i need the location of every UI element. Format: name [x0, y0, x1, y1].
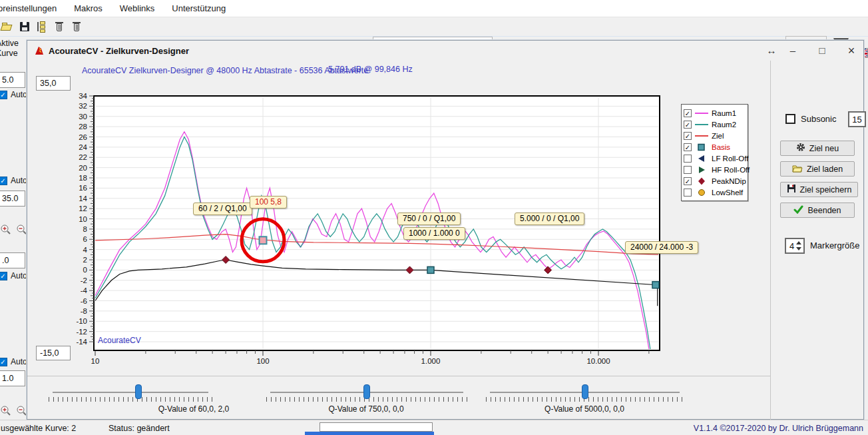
active-curve-label-line1: Aktive	[0, 39, 19, 48]
slider-label: Q-Value of 60,0, 2,0	[158, 404, 230, 414]
slider-thumb[interactable]	[363, 384, 370, 399]
subsonic-checkbox[interactable]	[785, 114, 795, 124]
ziel-laden-button[interactable]: Ziel laden	[780, 161, 855, 177]
ziel-neu-button[interactable]: Ziel neu	[780, 141, 855, 156]
change-status: Status: geändert	[108, 424, 170, 433]
legend-item-peakndip[interactable]: ✓PeakNDip	[684, 175, 746, 187]
beenden-button[interactable]: Beenden	[780, 203, 855, 218]
svg-text:32: 32	[79, 102, 87, 110]
window-title: AcourateCV - Zielkurven-Designer	[49, 46, 189, 56]
button-label: Beenden	[807, 206, 841, 215]
ziel-speichern-button[interactable]: Ziel speichern	[780, 182, 858, 197]
auto-checkbox-row-4[interactable]: ✓Auto	[0, 357, 27, 366]
menu-item-makros[interactable]: Makros	[74, 3, 103, 13]
maximize-icon[interactable]: □	[813, 42, 831, 59]
auto-checkbox[interactable]: ✓	[0, 177, 7, 185]
left-field-top[interactable]: 5.0	[0, 72, 25, 88]
trash-icon[interactable]	[71, 21, 83, 33]
trash-icon[interactable]	[53, 21, 65, 33]
auto-checkbox[interactable]: ✓	[0, 272, 7, 280]
open-icon[interactable]	[1, 21, 13, 33]
curve-marker[interactable]	[222, 256, 230, 264]
zoom-in-icon[interactable]	[0, 405, 11, 416]
progress-bar	[320, 422, 433, 432]
legend-item-hf-roll-off[interactable]: HF Roll-Off	[684, 164, 746, 175]
legend-checkbox[interactable]	[684, 189, 692, 197]
legend-item-raum2[interactable]: ✓Raum2	[684, 119, 746, 130]
auto-checkbox-row-1[interactable]: ✓Auto	[0, 90, 27, 99]
auto-checkbox[interactable]: ✓	[0, 91, 7, 99]
legend-label: Basis	[712, 143, 730, 151]
minimize-icon[interactable]: –	[783, 42, 802, 59]
chart-title: AcourateCV Zielkurven-Designer @ 48000 H…	[82, 66, 368, 75]
window-titlebar[interactable]: AcourateCV - Zielkurven-Designer ↔ – □ ×	[27, 41, 863, 61]
menu-item-oreinstellungen[interactable]: oreinstellungen	[0, 3, 57, 13]
version-text: V1.1.4 ©2017-2020 by Dr. Ulrich Brüggema…	[694, 424, 863, 433]
legend-label: LowShelf	[712, 189, 743, 197]
curve-marker[interactable]	[427, 266, 434, 273]
legend-checkbox[interactable]	[684, 155, 692, 163]
svg-text:0: 0	[83, 266, 87, 274]
legend-checkbox[interactable]: ✓	[684, 121, 692, 129]
auto-checkbox-row-2[interactable]: ✓Auto	[0, 176, 27, 185]
line-icon	[694, 109, 709, 117]
menu-item-unterstützung[interactable]: Unterstützung	[172, 3, 226, 13]
zoom-out-icon[interactable]	[16, 405, 27, 416]
subsonic-value-field[interactable]: 15	[848, 111, 866, 127]
triangle-right-icon	[694, 166, 709, 174]
legend-checkbox[interactable]: ✓	[684, 143, 692, 151]
legend-item-ziel[interactable]: ✓Ziel	[684, 130, 746, 141]
slider-ticks	[49, 397, 212, 402]
series-raum1	[95, 132, 652, 388]
legend-checkbox[interactable]: ✓	[684, 109, 692, 117]
legend-item-lf-roll-off[interactable]: LF Roll-Off	[684, 153, 746, 164]
legend-checkbox[interactable]	[684, 166, 692, 174]
auto-checkbox[interactable]: ✓	[0, 358, 7, 366]
stepper-up-icon[interactable]	[796, 241, 801, 244]
curve-marker[interactable]	[652, 282, 659, 288]
line-icon	[694, 132, 709, 140]
slider-thumb[interactable]	[135, 384, 142, 399]
legend-label: HF Roll-Off	[712, 166, 750, 174]
left-field-third[interactable]: .0	[0, 252, 25, 268]
close-icon[interactable]: ×	[842, 42, 861, 59]
legend-item-lowshelf[interactable]: LowShelf	[684, 187, 746, 198]
stepper-down-icon[interactable]	[796, 247, 801, 250]
legend-item-basis[interactable]: ✓Basis	[684, 141, 746, 153]
q-value-sliders: Q-Value of 60,0, 2,0Q-Value of 750,0, 0,…	[27, 376, 770, 420]
auto-checkbox-row-3[interactable]: ✓Auto	[0, 271, 27, 280]
subsonic-row: Subsonic 15	[785, 114, 836, 124]
legend-checkbox[interactable]: ✓	[684, 132, 692, 140]
legend-label: Raum1	[712, 109, 736, 117]
toolbar-icons	[1, 21, 83, 33]
series-raum2	[95, 137, 652, 383]
y-max-field[interactable]: 35,0	[36, 76, 71, 91]
curve-marker[interactable]	[544, 266, 552, 274]
svg-text:26: 26	[79, 133, 87, 141]
y-min-field[interactable]: -15,0	[36, 346, 71, 360]
slider-track[interactable]	[53, 392, 208, 393]
selected-curve-marker[interactable]	[260, 236, 267, 244]
legend-checkbox[interactable]: ✓	[684, 177, 692, 185]
square-icon	[694, 143, 709, 151]
left-field-bottom[interactable]: 1.0	[0, 370, 25, 386]
svg-text:20: 20	[79, 164, 87, 172]
curve-marker[interactable]	[406, 266, 413, 274]
svg-text:10: 10	[79, 215, 87, 223]
left-field-second[interactable]: 35.0	[0, 191, 25, 207]
save-icon[interactable]	[19, 21, 31, 33]
legend-item-raum1[interactable]: ✓Raum1	[684, 107, 746, 119]
svg-text:1.000: 1.000	[421, 357, 441, 365]
marker-size-stepper[interactable]: 4	[785, 238, 805, 254]
chart-watermark: AcourateCV	[98, 336, 141, 345]
zoom-out-icon[interactable]	[16, 224, 27, 235]
svg-text:14: 14	[79, 195, 87, 203]
resize-icon[interactable]: ↔	[762, 42, 781, 59]
legend-label: PeakNDip	[712, 177, 746, 185]
svg-text:10: 10	[91, 357, 100, 365]
curves-icon[interactable]	[36, 21, 48, 33]
slider-thumb[interactable]	[582, 384, 588, 399]
legend-label: Ziel	[712, 132, 724, 140]
menu-item-weblinks[interactable]: Weblinks	[120, 3, 155, 13]
zoom-in-icon[interactable]	[0, 224, 11, 235]
